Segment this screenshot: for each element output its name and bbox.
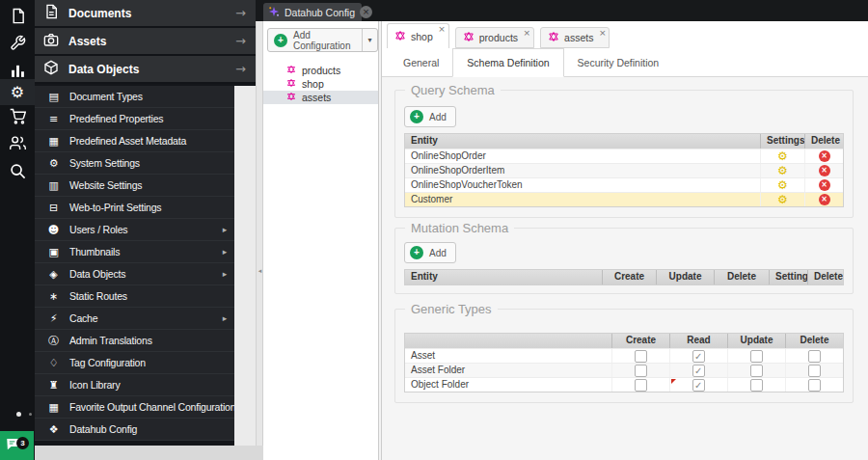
read-checkbox[interactable]: [692, 379, 705, 392]
column-settings[interactable]: Settings: [760, 134, 804, 149]
column-create[interactable]: Create: [602, 270, 656, 284]
column-update[interactable]: Update: [727, 334, 785, 348]
read-checkbox[interactable]: [692, 365, 705, 377]
menu-item-website-settings[interactable]: ▥Website Settings: [35, 175, 234, 197]
menu-item-predefined-properties[interactable]: ≡Predefined Properties: [35, 108, 234, 130]
add-configuration-button[interactable]: + Add Configuration ▾: [267, 28, 378, 52]
accordion-documents[interactable]: Documents →: [35, 0, 256, 28]
indicator-dot-small: [29, 413, 32, 416]
update-checkbox[interactable]: [750, 365, 763, 377]
table-row-selected[interactable]: Customer ⚙ ×: [405, 192, 843, 206]
close-icon[interactable]: ×: [524, 28, 531, 38]
menu-item-thumbnails[interactable]: ▣Thumbnails▸: [35, 241, 234, 263]
column-create[interactable]: Create: [611, 334, 669, 348]
subtab-schema-definition[interactable]: Schema Definition: [452, 48, 563, 77]
column-update[interactable]: Update: [656, 270, 714, 284]
menu-item-predefined-asset-metadata[interactable]: ▦Predefined Asset Metadata: [35, 130, 234, 152]
column-entity[interactable]: Entity: [405, 270, 602, 284]
settings-gear-icon[interactable]: ⚙: [777, 178, 788, 192]
file-perspective-button[interactable]: [0, 5, 35, 31]
type-label: Object Folder: [405, 378, 611, 392]
column-delete-2[interactable]: Delete: [807, 270, 843, 284]
column-settings[interactable]: Settings: [769, 270, 807, 284]
column-entity[interactable]: Entity: [405, 134, 760, 149]
delete-icon[interactable]: ×: [819, 179, 830, 191]
close-icon[interactable]: ×: [438, 24, 446, 34]
menu-item-system-settings[interactable]: ⚙System Settings: [35, 152, 234, 175]
plus-icon: +: [274, 34, 287, 47]
routes-icon: ∗: [46, 290, 61, 303]
create-checkbox[interactable]: [635, 365, 647, 377]
menu-item-favorite-output-channel-configurations[interactable]: ▦Favorite Output Channel Configurations: [35, 396, 234, 419]
menu-item-admin-translations[interactable]: ⒶAdmin Translations: [35, 330, 234, 352]
table-row[interactable]: OnlineShopOrderItem ⚙ ×: [405, 163, 843, 177]
delete-icon[interactable]: ×: [819, 165, 830, 176]
settings-submenu: ▤Document Types ≡Predefined Properties ▦…: [35, 86, 234, 441]
menu-item-users-roles[interactable]: ☻Users / Roles▸: [35, 219, 234, 241]
accordion-data-objects[interactable]: Data Objects →: [35, 56, 256, 84]
tools-button[interactable]: [0, 32, 35, 58]
settings-gear-icon[interactable]: ⚙: [777, 193, 788, 206]
create-checkbox[interactable]: [635, 379, 647, 392]
editor-panel: shop × products × assets × General Schem…: [382, 21, 868, 460]
delete-checkbox[interactable]: [808, 365, 821, 377]
table-row[interactable]: OnlineShopVoucherToken ⚙ ×: [405, 177, 843, 192]
mutation-schema-add-button[interactable]: + Add: [404, 242, 456, 263]
tree-item-products[interactable]: products: [263, 64, 378, 77]
subtab-general[interactable]: General: [390, 48, 452, 76]
menu-item-cache[interactable]: ⚡Cache▸: [35, 308, 234, 330]
collapse-arrow-icon[interactable]: ◂: [257, 267, 263, 275]
menu-item-data-objects[interactable]: ◈Data Objects▸: [35, 263, 234, 285]
workspace-tab-datahub-config[interactable]: Datahub Config ×: [263, 3, 362, 21]
close-icon[interactable]: ×: [360, 6, 372, 18]
menu-item-document-types[interactable]: ▤Document Types: [35, 86, 234, 108]
users-button[interactable]: [0, 132, 35, 158]
menu-item-datahub-config[interactable]: ❖Datahub Config: [35, 419, 234, 441]
search-button[interactable]: [0, 160, 35, 186]
page-icon: ▤: [46, 91, 61, 103]
menu-item-web-to-print-settings[interactable]: ⊟Web-to-Print Settings: [35, 197, 234, 219]
menu-item-tag-configuration[interactable]: ♢Tag Configuration: [35, 352, 234, 374]
menu-label: Users / Roles: [69, 224, 127, 235]
accordion-assets[interactable]: Assets →: [35, 28, 256, 56]
settings-gear-icon[interactable]: ⚙: [777, 149, 788, 163]
settings-button[interactable]: ⚙: [0, 79, 35, 105]
tab-products[interactable]: products ×: [455, 27, 534, 48]
create-checkbox[interactable]: [635, 350, 647, 363]
plus-icon: +: [410, 246, 423, 259]
column-delete[interactable]: Delete: [785, 334, 843, 348]
notifications-button[interactable]: 3: [0, 431, 34, 460]
graphql-icon: [286, 65, 296, 76]
column-read[interactable]: Read: [669, 334, 727, 348]
delete-checkbox[interactable]: [808, 350, 821, 363]
ecommerce-button[interactable]: [0, 105, 35, 131]
column-delete[interactable]: Delete: [714, 270, 769, 284]
panel-splitter[interactable]: ◂: [256, 21, 263, 446]
caret-down-icon[interactable]: ▾: [362, 29, 377, 51]
close-icon[interactable]: ×: [599, 28, 607, 38]
subtab-security-definition[interactable]: Security Definition: [564, 48, 673, 76]
menu-item-icon-library[interactable]: ♜Icon Library: [35, 374, 234, 396]
add-label: Add: [429, 248, 447, 258]
delete-icon[interactable]: ×: [819, 150, 830, 162]
tab-assets[interactable]: assets ×: [540, 27, 610, 48]
update-checkbox[interactable]: [750, 379, 763, 392]
left-icon-strip: ⚙: [0, 0, 35, 460]
wrench-icon: [10, 35, 26, 55]
tab-shop[interactable]: shop ×: [387, 23, 449, 48]
table-row[interactable]: OnlineShopOrder ⚙ ×: [405, 149, 843, 163]
tree-item-shop[interactable]: shop: [263, 77, 378, 91]
type-label: Asset Folder: [405, 364, 611, 377]
query-schema-add-button[interactable]: + Add: [404, 106, 456, 127]
menu-label: Admin Translations: [69, 335, 152, 346]
delete-icon[interactable]: ×: [819, 194, 830, 205]
tree-item-assets[interactable]: assets: [263, 91, 378, 104]
update-checkbox[interactable]: [750, 350, 763, 363]
delete-checkbox[interactable]: [808, 379, 821, 392]
column-delete[interactable]: Delete: [804, 134, 843, 149]
read-checkbox[interactable]: [692, 350, 705, 363]
workspace-tabbar: Datahub Config ×: [256, 0, 868, 21]
menu-item-static-routes[interactable]: ∗Static Routes: [35, 285, 234, 308]
tab-label: assets: [564, 32, 593, 43]
settings-gear-icon[interactable]: ⚙: [777, 164, 788, 177]
